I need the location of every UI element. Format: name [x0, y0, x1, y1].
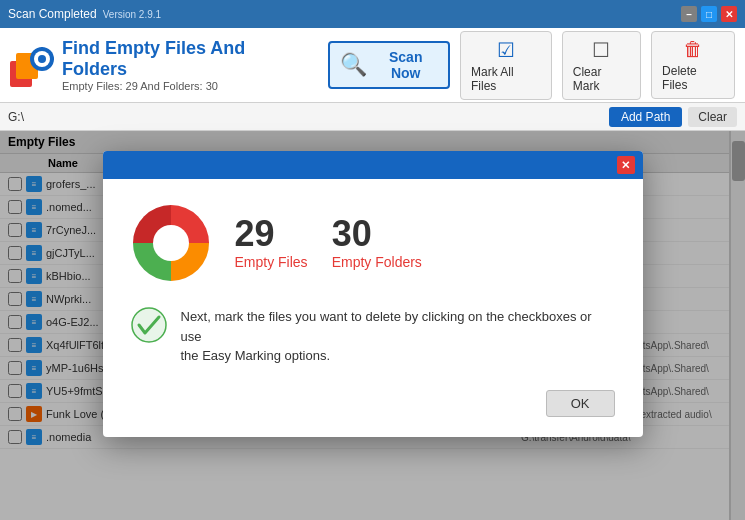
mark-all-button[interactable]: ☑ Mark All Files — [460, 31, 552, 100]
clear-mark-button[interactable]: ☐ Clear Mark — [562, 31, 641, 100]
modal-close-button[interactable]: ✕ — [617, 156, 635, 174]
add-path-button[interactable]: Add Path — [609, 107, 682, 127]
title-bar-left: Scan Completed Version 2.9.1 — [8, 7, 169, 21]
modal-text: Next, mark the files you want to delete … — [181, 307, 615, 366]
checkmark-icon — [131, 307, 167, 343]
scan-now-button[interactable]: 🔍 Scan Now — [328, 41, 450, 89]
modal-body: 29 Empty Files 30 Empty Folders — [103, 179, 643, 437]
path-clear-button[interactable]: Clear — [688, 107, 737, 127]
delete-icon: 🗑 — [683, 38, 703, 61]
app-logo: Find Empty Files And Folders Empty Files… — [10, 38, 308, 92]
app-title-block: Find Empty Files And Folders Empty Files… — [62, 38, 308, 92]
app-logo-icon — [10, 43, 54, 87]
maximize-button[interactable]: □ — [701, 6, 717, 22]
modal-footer: OK — [131, 386, 615, 417]
mark-all-icon: ☑ — [497, 38, 515, 62]
scan-complete-dialog: ✕ — [103, 151, 643, 437]
toolbar: Find Empty Files And Folders Empty Files… — [0, 28, 745, 103]
close-button[interactable]: ✕ — [721, 6, 737, 22]
clear-mark-label: Clear Mark — [573, 65, 630, 93]
empty-files-stat: 29 Empty Files — [235, 216, 308, 270]
modal-overlay: ✕ — [0, 131, 745, 520]
path-bar: G:\ Add Path Clear — [0, 103, 745, 131]
empty-folders-label: Empty Folders — [332, 254, 422, 270]
app-subtitle: Empty Files: 29 And Folders: 30 — [62, 80, 308, 92]
ok-button[interactable]: OK — [546, 390, 615, 417]
path-text: G:\ — [8, 110, 24, 124]
delete-label: Delete Files — [662, 64, 724, 92]
svg-point-8 — [153, 225, 189, 261]
empty-folders-count: 30 — [332, 216, 422, 252]
empty-files-label: Empty Files — [235, 254, 308, 270]
title-bar-controls: – □ ✕ — [681, 6, 737, 22]
empty-folders-stat: 30 Empty Folders — [332, 216, 422, 270]
main-content: Empty Files Name ≡grofers_...≡.nomed...≡… — [0, 131, 745, 520]
mark-all-label: Mark All Files — [471, 65, 541, 93]
pie-chart — [131, 203, 211, 283]
modal-text-line1: Next, mark the files you want to delete … — [181, 309, 592, 344]
delete-files-button[interactable]: 🗑 Delete Files — [651, 31, 735, 99]
version-label: Version 2.9.1 — [103, 9, 161, 20]
app-title: Find Empty Files And Folders — [62, 38, 308, 80]
title-bar: Scan Completed Version 2.9.1 – □ ✕ — [0, 0, 745, 28]
modal-stats: 29 Empty Files 30 Empty Folders — [131, 203, 615, 283]
svg-point-9 — [132, 308, 166, 342]
svg-point-4 — [38, 55, 46, 63]
modal-message: Next, mark the files you want to delete … — [131, 307, 615, 366]
scan-icon: 🔍 — [340, 52, 367, 78]
modal-text-line2: the Easy Marking options. — [181, 348, 331, 363]
title-bar-title: Scan Completed — [8, 7, 97, 21]
empty-files-count: 29 — [235, 216, 308, 252]
scan-btn-label: Scan Now — [373, 49, 438, 81]
modal-titlebar: ✕ — [103, 151, 643, 179]
minimize-button[interactable]: – — [681, 6, 697, 22]
clear-mark-icon: ☐ — [592, 38, 610, 62]
